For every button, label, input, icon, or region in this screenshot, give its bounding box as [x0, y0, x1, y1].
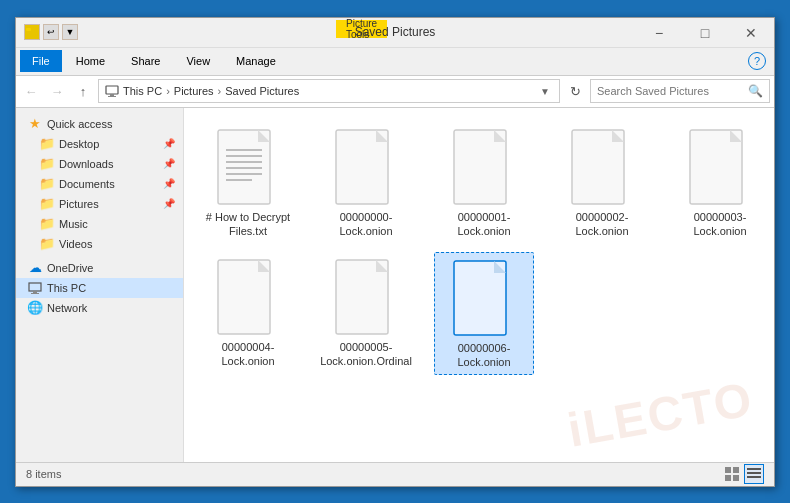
- file-tab[interactable]: File: [20, 50, 62, 72]
- file-name: # How to Decrypt Files.txt: [202, 210, 294, 239]
- status-bar: 8 items: [16, 462, 774, 486]
- svg-rect-1: [26, 28, 31, 31]
- quick-access-undo-icon[interactable]: ↩: [43, 24, 59, 40]
- watermark: iLECTO: [564, 371, 758, 458]
- search-box[interactable]: 🔍: [590, 79, 770, 103]
- title-bar: ↩ ▼ Picture Tools Saved Pictures − □ ✕: [16, 18, 774, 48]
- file-icon-generic: [334, 128, 398, 206]
- file-icon-generic: [334, 258, 398, 336]
- folder-icon: 📁: [40, 237, 54, 251]
- sidebar-item-label: Pictures: [59, 198, 99, 210]
- address-bar: ← → ↑ This PC › Pictures › Saved Picture…: [16, 76, 774, 108]
- sidebar-item-label: OneDrive: [47, 262, 93, 274]
- file-icon-generic: [452, 128, 516, 206]
- address-path-bar[interactable]: This PC › Pictures › Saved Pictures ▼: [98, 79, 560, 103]
- file-name: 00000000-Lock.onion: [320, 210, 412, 239]
- main-area: ★ Quick access 📁 Desktop 📌 📁 Downloads 📌…: [16, 108, 774, 462]
- svg-rect-30: [725, 467, 731, 473]
- forward-button[interactable]: →: [46, 80, 68, 102]
- sidebar-item-label: Music: [59, 218, 88, 230]
- file-name: 00000004-Lock.onion: [202, 340, 294, 369]
- computer-icon: [28, 281, 42, 295]
- file-name: 00000003-Lock.onion: [674, 210, 766, 239]
- svg-rect-0: [26, 30, 38, 37]
- svg-rect-34: [747, 468, 761, 470]
- sidebar-item-label: Downloads: [59, 158, 113, 170]
- sidebar-item-pictures[interactable]: 📁 Pictures 📌: [16, 194, 183, 214]
- svg-rect-5: [29, 283, 41, 291]
- sidebar-item-label: Network: [47, 302, 87, 314]
- folder-icon: 📁: [40, 157, 54, 171]
- file-icon-text: [216, 128, 280, 206]
- sidebar-item-label: Videos: [59, 238, 92, 250]
- svg-rect-36: [747, 476, 761, 478]
- quick-access-toolbar: ↩ ▼: [24, 24, 78, 40]
- maximize-button[interactable]: □: [682, 18, 728, 48]
- svg-rect-4: [108, 96, 116, 97]
- file-item[interactable]: 00000003-Lock.onion: [670, 122, 770, 243]
- up-button[interactable]: ↑: [72, 80, 94, 102]
- help-button[interactable]: ?: [748, 52, 766, 70]
- file-item[interactable]: 00000006-Lock.onion: [434, 252, 534, 375]
- sidebar-item-music[interactable]: 📁 Music: [16, 214, 183, 234]
- file-item[interactable]: 00000000-Lock.onion: [316, 122, 416, 243]
- sidebar-item-label: Desktop: [59, 138, 99, 150]
- file-item[interactable]: # How to Decrypt Files.txt: [198, 122, 298, 243]
- refresh-button[interactable]: ↻: [564, 80, 586, 102]
- manage-tab[interactable]: Manage: [224, 50, 288, 72]
- sidebar-item-label: Documents: [59, 178, 115, 190]
- sidebar-item-videos[interactable]: 📁 Videos: [16, 234, 183, 254]
- view-tab[interactable]: View: [174, 50, 222, 72]
- sidebar-item-label: This PC: [47, 282, 86, 294]
- star-icon: ★: [28, 117, 42, 131]
- svg-rect-33: [733, 475, 739, 481]
- sidebar-quick-access-header: ★ Quick access: [16, 114, 183, 134]
- quick-access-folder-icon[interactable]: [24, 24, 40, 40]
- window-title: Saved Pictures: [355, 25, 436, 39]
- svg-rect-32: [725, 475, 731, 481]
- quick-access-down-icon[interactable]: ▼: [62, 24, 78, 40]
- file-item[interactable]: 00000005-Lock.onion.Ordinal: [316, 252, 416, 375]
- folder-icon: 📁: [40, 177, 54, 191]
- sidebar-item-downloads[interactable]: 📁 Downloads 📌: [16, 154, 183, 174]
- ribbon: File Home Share View Manage ?: [16, 48, 774, 76]
- sidebar-item-network[interactable]: 🌐 Network: [16, 298, 183, 318]
- sidebar-item-onedrive[interactable]: ☁ OneDrive: [16, 258, 183, 278]
- explorer-window: ↩ ▼ Picture Tools Saved Pictures − □ ✕ F…: [15, 17, 775, 487]
- computer-icon: [105, 85, 119, 97]
- file-item[interactable]: 00000001-Lock.onion: [434, 122, 534, 243]
- file-icon-generic-selected: [452, 259, 516, 337]
- svg-rect-31: [733, 467, 739, 473]
- svg-rect-2: [106, 86, 118, 94]
- minimize-button[interactable]: −: [636, 18, 682, 48]
- folder-icon: 📁: [40, 137, 54, 151]
- file-name: 00000002-Lock.onion: [556, 210, 648, 239]
- svg-rect-7: [31, 293, 39, 294]
- file-name: 00000001-Lock.onion: [438, 210, 530, 239]
- search-input[interactable]: [597, 85, 744, 97]
- pin-icon: 📌: [163, 138, 175, 149]
- file-icon-generic: [570, 128, 634, 206]
- network-icon: 🌐: [28, 301, 42, 315]
- item-count: 8 items: [26, 468, 61, 480]
- sidebar-item-documents[interactable]: 📁 Documents 📌: [16, 174, 183, 194]
- close-button[interactable]: ✕: [728, 18, 774, 48]
- path-savedpictures: Saved Pictures: [225, 85, 299, 97]
- window-controls: − □ ✕: [636, 18, 774, 48]
- details-view-button[interactable]: [744, 464, 764, 484]
- sidebar-item-desktop[interactable]: 📁 Desktop 📌: [16, 134, 183, 154]
- back-button[interactable]: ←: [20, 80, 42, 102]
- svg-rect-6: [33, 291, 37, 293]
- file-item[interactable]: 00000002-Lock.onion: [552, 122, 652, 243]
- path-dropdown-icon[interactable]: ▼: [537, 83, 553, 99]
- file-name: 00000005-Lock.onion.Ordinal: [320, 340, 412, 369]
- file-item[interactable]: 00000004-Lock.onion: [198, 252, 298, 375]
- share-tab[interactable]: Share: [119, 50, 172, 72]
- large-icons-view-button[interactable]: [722, 464, 742, 484]
- home-tab[interactable]: Home: [64, 50, 117, 72]
- file-icon-generic: [216, 258, 280, 336]
- pin-icon: 📌: [163, 178, 175, 189]
- pin-icon: 📌: [163, 158, 175, 169]
- folder-icon: 📁: [40, 217, 54, 231]
- sidebar-item-thispc[interactable]: This PC: [16, 278, 183, 298]
